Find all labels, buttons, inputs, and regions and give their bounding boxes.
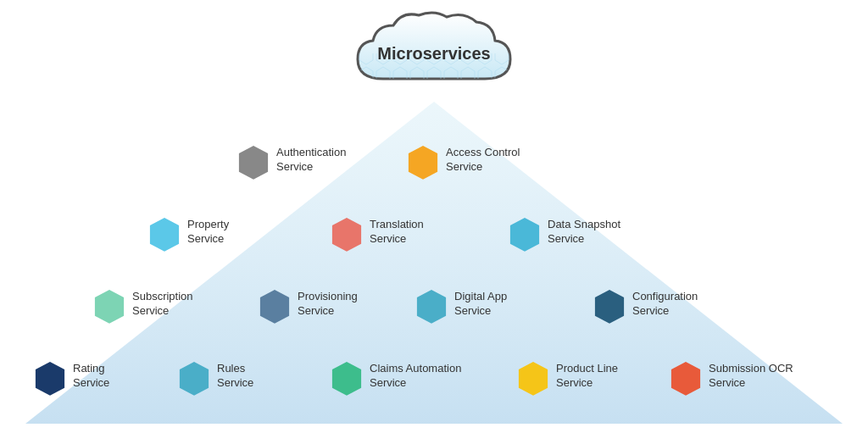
svg-marker-8 xyxy=(95,290,124,324)
access-control-icon xyxy=(407,144,439,176)
service-item-digital-app: Digital AppService xyxy=(415,288,507,320)
translation-icon xyxy=(331,216,363,248)
svg-marker-16 xyxy=(671,362,700,396)
submission-ocr-icon xyxy=(670,360,702,392)
svg-marker-6 xyxy=(332,218,361,252)
claims-automation-label: Claims AutomationService xyxy=(370,362,461,391)
subscription-icon xyxy=(93,288,125,320)
svg-marker-14 xyxy=(332,362,361,396)
service-item-provisioning: ProvisioningService xyxy=(259,288,358,320)
rating-label: RatingService xyxy=(73,362,109,391)
svg-marker-13 xyxy=(180,362,209,396)
data-snapshot-icon xyxy=(509,216,541,248)
digital-app-icon xyxy=(415,288,448,320)
svg-marker-15 xyxy=(519,362,548,396)
rating-icon xyxy=(34,360,66,392)
digital-app-label: Digital AppService xyxy=(454,290,507,319)
product-line-icon xyxy=(517,360,549,392)
claims-automation-icon xyxy=(331,360,363,392)
service-item-translation: TranslationService xyxy=(331,216,424,248)
data-snapshot-label: Data SnapshotService xyxy=(548,218,620,247)
svg-marker-3 xyxy=(239,146,268,180)
svg-marker-9 xyxy=(260,290,289,324)
provisioning-label: ProvisioningService xyxy=(298,290,358,319)
svg-marker-5 xyxy=(150,218,179,252)
svg-marker-10 xyxy=(417,290,446,324)
cloud-shape: Microservices xyxy=(341,7,527,100)
service-item-rules: RulesService xyxy=(178,360,253,392)
authentication-label: AuthenticationService xyxy=(276,146,346,175)
service-item-product-line: Product LineService xyxy=(517,360,618,392)
service-item-rating: RatingService xyxy=(34,360,109,392)
service-item-property: PropertyService xyxy=(148,216,229,248)
translation-label: TranslationService xyxy=(370,218,424,247)
property-label: PropertyService xyxy=(187,218,229,247)
svg-marker-12 xyxy=(36,362,64,396)
rules-icon xyxy=(178,360,210,392)
subscription-label: SubscriptionService xyxy=(132,290,193,319)
service-item-subscription: SubscriptionService xyxy=(93,288,193,320)
service-item-claims-automation: Claims AutomationService xyxy=(331,360,461,392)
svg-marker-7 xyxy=(510,218,539,252)
access-control-label: Access ControlService xyxy=(446,146,520,175)
cloud-title: Microservices xyxy=(377,44,490,64)
configuration-label: ConfigurationService xyxy=(632,290,698,319)
diagram-container: Microservices AuthenticationService Acce… xyxy=(0,0,868,433)
authentication-icon xyxy=(237,144,270,176)
svg-marker-11 xyxy=(595,290,624,324)
provisioning-icon xyxy=(259,288,291,320)
cloud-container: Microservices xyxy=(341,7,527,100)
service-item-access-control: Access ControlService xyxy=(407,144,520,176)
svg-marker-4 xyxy=(409,146,437,180)
service-item-configuration: ConfigurationService xyxy=(593,288,698,320)
submission-ocr-label: Submission OCRService xyxy=(709,362,793,391)
configuration-icon xyxy=(593,288,626,320)
property-icon xyxy=(148,216,181,248)
service-item-submission-ocr: Submission OCRService xyxy=(670,360,793,392)
service-item-data-snapshot: Data SnapshotService xyxy=(509,216,620,248)
product-line-label: Product LineService xyxy=(556,362,618,391)
rules-label: RulesService xyxy=(217,362,253,391)
service-item-authentication: AuthenticationService xyxy=(237,144,346,176)
